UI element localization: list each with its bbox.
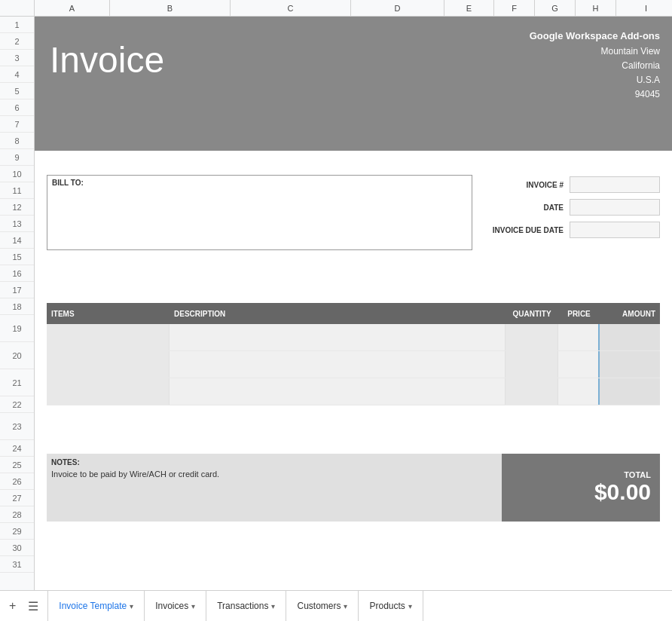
due-date-label: INVOICE DUE DATE bbox=[493, 226, 564, 234]
bill-to-box[interactable]: BILL TO: bbox=[47, 175, 472, 250]
td-amount-1[interactable] bbox=[600, 324, 660, 350]
invoice-number-label: INVOICE # bbox=[527, 181, 564, 189]
th-price: PRICE bbox=[558, 310, 600, 318]
row-num-19: 19 bbox=[0, 315, 34, 342]
company-info: Google Workspace Add-ons Mountain View C… bbox=[530, 17, 672, 102]
td-amount-3[interactable] bbox=[600, 378, 660, 405]
td-items-1[interactable] bbox=[47, 324, 170, 350]
company-name: Google Workspace Add-ons bbox=[530, 29, 660, 44]
row-num-28: 28 bbox=[0, 506, 34, 523]
tab-invoice-template[interactable]: Invoice Template ▾ bbox=[48, 591, 145, 621]
col-header-d[interactable]: D bbox=[351, 0, 444, 16]
notes-label: NOTES: bbox=[51, 458, 497, 467]
col-header-c[interactable]: C bbox=[231, 0, 351, 16]
bottom-section: NOTES: Invoice to be paid by Wire/ACH or… bbox=[47, 454, 660, 522]
notes-area[interactable]: NOTES: Invoice to be paid by Wire/ACH or… bbox=[47, 454, 502, 522]
row-num-10: 10 bbox=[0, 166, 34, 182]
invoice-number-row: INVOICE # bbox=[493, 175, 660, 194]
col-header-g[interactable]: G bbox=[535, 0, 576, 16]
row-num-25: 25 bbox=[0, 457, 34, 473]
items-table: ITEMS DESCRIPTION QUANTITY PRICE AMOUNT bbox=[47, 303, 660, 405]
invoice-meta: INVOICE # DATE INVOICE DUE DATE bbox=[493, 175, 660, 250]
tab-products[interactable]: Products ▾ bbox=[359, 591, 423, 621]
tab-bar: + ☰ Invoice Template ▾ Invoices ▾ Transa… bbox=[0, 590, 672, 621]
table-header: ITEMS DESCRIPTION QUANTITY PRICE AMOUNT bbox=[47, 303, 660, 324]
td-items-2[interactable] bbox=[47, 351, 170, 378]
row-num-17: 17 bbox=[0, 282, 34, 298]
row-num-26: 26 bbox=[0, 473, 34, 490]
td-price-1[interactable] bbox=[558, 324, 600, 350]
td-price-2[interactable] bbox=[558, 351, 600, 378]
tab-transactions-label: Transactions bbox=[217, 601, 268, 611]
col-header-f[interactable]: F bbox=[494, 0, 535, 16]
row-num-20: 20 bbox=[0, 342, 34, 369]
row-num-16: 16 bbox=[0, 265, 34, 282]
row-num-22: 22 bbox=[0, 396, 34, 413]
col-header-h[interactable]: H bbox=[576, 0, 616, 16]
td-qty-3[interactable] bbox=[506, 378, 558, 405]
tab-invoices-arrow: ▾ bbox=[191, 602, 195, 610]
table-row[interactable] bbox=[47, 324, 660, 351]
invoice-number-field[interactable] bbox=[570, 176, 660, 193]
tab-invoices[interactable]: Invoices ▾ bbox=[145, 591, 206, 621]
row-num-30: 30 bbox=[0, 540, 34, 556]
due-date-field[interactable] bbox=[570, 222, 660, 238]
tab-customers-label: Customers bbox=[297, 601, 341, 611]
row-num-31: 31 bbox=[0, 556, 34, 573]
tab-customers[interactable]: Customers ▾ bbox=[286, 591, 359, 621]
td-qty-1[interactable] bbox=[506, 324, 558, 350]
th-description: DESCRIPTION bbox=[170, 310, 506, 318]
td-qty-2[interactable] bbox=[506, 351, 558, 378]
date-field[interactable] bbox=[570, 199, 660, 216]
sheet-list-button[interactable]: ☰ bbox=[25, 596, 41, 616]
tab-customers-arrow: ▾ bbox=[344, 602, 347, 610]
td-desc-3[interactable] bbox=[170, 378, 506, 405]
due-date-row: INVOICE DUE DATE bbox=[493, 220, 660, 240]
row-num-21: 21 bbox=[0, 369, 34, 396]
col-header-a[interactable]: A bbox=[35, 0, 110, 16]
row-numbers: 1 2 3 4 5 6 7 8 9 10 11 12 13 14 15 16 1… bbox=[0, 17, 35, 590]
row-num-7: 7 bbox=[0, 116, 34, 133]
row-num-8: 8 bbox=[0, 133, 34, 149]
company-city: Mountain View bbox=[530, 44, 660, 59]
td-items-3[interactable] bbox=[47, 378, 170, 405]
row-num-2: 2 bbox=[0, 33, 34, 50]
table-row[interactable] bbox=[47, 351, 660, 378]
row-num-29: 29 bbox=[0, 523, 34, 540]
spreadsheet-container: A B C D E F G H I 1 2 3 4 5 6 7 8 9 10 1… bbox=[0, 0, 672, 590]
tab-invoices-label: Invoices bbox=[155, 601, 188, 611]
row-num-4: 4 bbox=[0, 66, 34, 83]
row-num-15: 15 bbox=[0, 249, 34, 265]
column-headers: A B C D E F G H I bbox=[0, 0, 672, 17]
row-num-13: 13 bbox=[0, 216, 34, 232]
col-header-b[interactable]: B bbox=[110, 0, 231, 16]
bill-section: BILL TO: INVOICE # DATE INVOICE DUE DATE bbox=[47, 175, 660, 250]
company-zip: 94045 bbox=[530, 87, 660, 102]
col-header-e[interactable]: E bbox=[444, 0, 494, 16]
td-price-3[interactable] bbox=[558, 378, 600, 405]
total-value: $0.00 bbox=[594, 479, 651, 505]
th-items: ITEMS bbox=[47, 310, 170, 318]
tab-products-label: Products bbox=[369, 601, 405, 611]
tab-left-icons: + ☰ bbox=[0, 591, 48, 621]
date-label: DATE bbox=[544, 203, 564, 212]
row-num-12: 12 bbox=[0, 199, 34, 216]
col-header-i[interactable]: I bbox=[616, 0, 672, 16]
row-num-3: 3 bbox=[0, 50, 34, 66]
tab-transactions[interactable]: Transactions ▾ bbox=[206, 591, 286, 621]
row-num-14: 14 bbox=[0, 232, 34, 249]
th-quantity: QUANTITY bbox=[506, 310, 558, 318]
total-label: TOTAL bbox=[624, 470, 651, 479]
add-sheet-button[interactable]: + bbox=[6, 596, 19, 616]
row-num-23: 23 bbox=[0, 413, 34, 440]
row-num-24: 24 bbox=[0, 440, 34, 457]
td-amount-2[interactable] bbox=[600, 351, 660, 378]
td-desc-2[interactable] bbox=[170, 351, 506, 378]
content-area: Invoice Google Workspace Add-ons Mountai… bbox=[35, 17, 672, 590]
td-desc-1[interactable] bbox=[170, 324, 506, 350]
th-amount: AMOUNT bbox=[600, 310, 660, 318]
table-row[interactable] bbox=[47, 378, 660, 405]
invoice-title: Invoice bbox=[35, 17, 530, 81]
company-state: California bbox=[530, 59, 660, 73]
row-num-18: 18 bbox=[0, 298, 34, 315]
